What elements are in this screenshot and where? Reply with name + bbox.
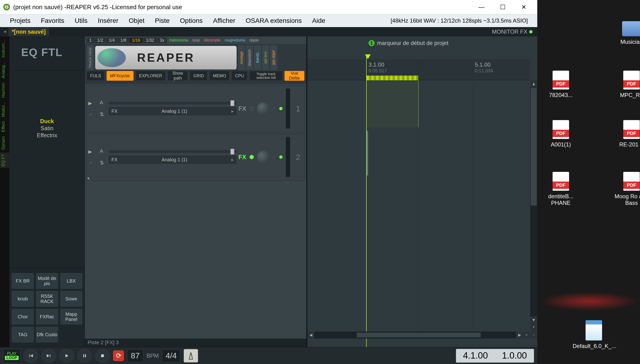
fx-bypass-led[interactable] bbox=[249, 155, 254, 159]
menu-insérer[interactable]: Insérer bbox=[93, 14, 124, 27]
media-item[interactable] bbox=[367, 131, 368, 176]
go-to-start-button[interactable] bbox=[24, 349, 38, 362]
project-start-marker[interactable]: 1 marqueur de début de projet bbox=[369, 40, 448, 46]
minimize-button[interactable]: — bbox=[471, 1, 492, 13]
pause-button[interactable] bbox=[77, 349, 92, 362]
side-tab[interactable]: Modul... bbox=[0, 100, 10, 118]
record-arm-led[interactable] bbox=[273, 156, 276, 159]
desktop-icon[interactable]: MPC_Ro bbox=[610, 71, 640, 98]
hscroll-thumb[interactable] bbox=[357, 333, 481, 338]
menu-aide[interactable]: Aide bbox=[307, 14, 331, 27]
panel-button[interactable]: TAG bbox=[12, 327, 34, 342]
play-loop-toggle[interactable]: PLAY LOOP bbox=[3, 349, 20, 362]
track-play-icon[interactable]: ▶ bbox=[88, 100, 98, 106]
toolbar-tag[interactable]: ripple bbox=[248, 38, 261, 43]
panel-button[interactable]: FXRac bbox=[36, 309, 58, 324]
arrange-view[interactable]: 1 marqueur de début de projet 3.1.00 0:0… bbox=[306, 36, 537, 347]
menu-afficher[interactable]: Afficher bbox=[208, 14, 240, 27]
zoom-in-v-button[interactable]: + bbox=[530, 324, 537, 330]
track-envelope-icon[interactable]: ⟋ bbox=[88, 112, 98, 117]
track-phase-icon[interactable]: ⇅ bbox=[100, 160, 107, 166]
volume-slider[interactable] bbox=[109, 150, 237, 153]
fx-slot[interactable]: FXAnalog 1 (1)▸ bbox=[109, 156, 237, 164]
scroll-right-icon[interactable]: ▶ bbox=[516, 332, 523, 338]
scroll-left-icon[interactable]: ◀ bbox=[307, 332, 314, 338]
menu-utils[interactable]: Utils bbox=[70, 14, 93, 27]
vertical-toolbar-tab[interactable]: opt env bbox=[262, 46, 269, 70]
grid-snap-button[interactable]: 1/32 bbox=[143, 38, 157, 43]
side-tab[interactable]: EQ FT bbox=[0, 152, 10, 168]
add-tab-button[interactable]: + bbox=[2, 28, 9, 35]
menu-osara extensions[interactable]: OSARA extensions bbox=[240, 14, 307, 27]
toolbar-button[interactable]: Vue Défile bbox=[284, 71, 304, 81]
time-display[interactable]: 4.1.00 1.0.00 bbox=[456, 349, 534, 362]
desktop-icon[interactable]: RE-201 S bbox=[610, 120, 640, 148]
timesig-field[interactable]: 4/4 bbox=[162, 350, 180, 362]
play-button[interactable] bbox=[59, 349, 74, 362]
monitor-led[interactable] bbox=[279, 156, 282, 159]
track-automation-mode[interactable]: A bbox=[100, 100, 107, 106]
side-tab[interactable]: Dynam bbox=[0, 135, 10, 151]
toolbar-button[interactable]: FULS bbox=[87, 71, 105, 81]
fx-button[interactable]: FX bbox=[238, 105, 246, 112]
vscroll-thumb[interactable] bbox=[531, 88, 537, 206]
monitor-fx-button[interactable]: MONITOR FX bbox=[492, 28, 537, 35]
side-tab[interactable]: Analog... bbox=[0, 60, 10, 80]
toolbar-button[interactable]: EXPLORER bbox=[136, 71, 166, 81]
grid-snap-button[interactable]: 1/8 bbox=[118, 38, 129, 43]
time-selection[interactable] bbox=[367, 80, 419, 128]
toolbar-button[interactable]: Toggle track selection foll bbox=[249, 71, 282, 81]
menu-piste[interactable]: Piste bbox=[150, 14, 175, 27]
project-tab-active[interactable]: *[non sauvé] bbox=[9, 28, 49, 36]
vertical-toolbar-tab[interactable]: grp objet bbox=[270, 46, 277, 70]
close-button[interactable]: ✕ bbox=[513, 1, 534, 13]
grid-snap-button[interactable]: 3x bbox=[157, 38, 167, 43]
loop-selection[interactable] bbox=[367, 76, 419, 80]
vertical-toolbar-tab[interactable]: routage bbox=[238, 46, 245, 70]
audio-status[interactable]: [48kHz 16bit WAV : 12/12ch 128spls ~3.1/… bbox=[391, 18, 533, 24]
fx-slot[interactable]: FXAnalog 1 (1)▸ bbox=[109, 107, 237, 115]
scroll-down-icon[interactable]: ▼ bbox=[530, 316, 537, 324]
fx-bypass-led[interactable] bbox=[249, 106, 254, 111]
toolbar-button[interactable]: MFXcyclar bbox=[107, 71, 134, 81]
toolbar-tag[interactable]: magnetisme bbox=[223, 38, 247, 43]
toolbar-button[interactable]: Show path bbox=[168, 71, 188, 81]
track-view-tab[interactable]: TRACK VIEW bbox=[87, 46, 94, 70]
menu-options[interactable]: Options bbox=[175, 14, 208, 27]
zoom-in-h-button[interactable]: + bbox=[523, 332, 530, 338]
desktop-icon[interactable]: dentiteB... PHANE bbox=[540, 172, 582, 206]
toolbar-button[interactable]: GRID bbox=[190, 71, 207, 81]
toolbar-tag[interactable]: métronome bbox=[167, 38, 190, 43]
horizontal-scrollbar[interactable]: ◀ ▶ + − bbox=[307, 332, 537, 338]
pan-knob[interactable] bbox=[257, 102, 269, 115]
panel-button[interactable]: Chor bbox=[12, 309, 34, 324]
vertical-toolbar-tab[interactable]: dispositon bbox=[246, 46, 253, 70]
panel-button[interactable]: Sowe bbox=[60, 291, 82, 306]
grid-snap-button[interactable]: 1/16 bbox=[129, 38, 143, 43]
desktop-icon[interactable]: A001(1) bbox=[540, 120, 582, 148]
vertical-toolbar-tab[interactable]: bands bbox=[254, 46, 261, 70]
grid-snap-button[interactable]: 1/2 bbox=[95, 38, 106, 43]
repeat-button[interactable]: ⟳ bbox=[113, 350, 124, 361]
panel-button[interactable]: Mapp Panel bbox=[60, 309, 82, 324]
panel-button[interactable]: Modè de pis bbox=[36, 273, 58, 289]
track-phase-icon[interactable]: ⇅ bbox=[100, 111, 107, 118]
desktop-icon[interactable]: Moog Ro and Bass bbox=[610, 172, 640, 206]
menu-objet[interactable]: Objet bbox=[124, 14, 150, 27]
menu-favorits[interactable]: Favorits bbox=[36, 14, 70, 27]
desktop-icon[interactable]: Musician bbox=[610, 21, 640, 45]
track-envelope-icon[interactable]: ⟋ bbox=[88, 160, 98, 166]
stop-button[interactable] bbox=[95, 349, 110, 362]
grid-snap-button[interactable]: 1 bbox=[87, 38, 94, 43]
side-tab[interactable]: Harmon bbox=[0, 81, 10, 99]
vertical-scrollbar[interactable]: ▲ ▼ + − bbox=[530, 80, 537, 338]
metronome-button[interactable] bbox=[184, 349, 198, 362]
record-arm-led[interactable] bbox=[273, 107, 276, 110]
play-cursor-marker[interactable] bbox=[365, 54, 371, 59]
panel-button[interactable]: FX BR bbox=[12, 273, 34, 289]
panel-button[interactable]: LBX bbox=[60, 273, 82, 289]
panel-button[interactable]: knob bbox=[12, 291, 34, 306]
desktop-icon[interactable]: Default_6.0_K_... bbox=[573, 320, 615, 350]
monitor-led[interactable] bbox=[279, 107, 282, 110]
fx-list-item[interactable]: Duck bbox=[40, 118, 54, 125]
